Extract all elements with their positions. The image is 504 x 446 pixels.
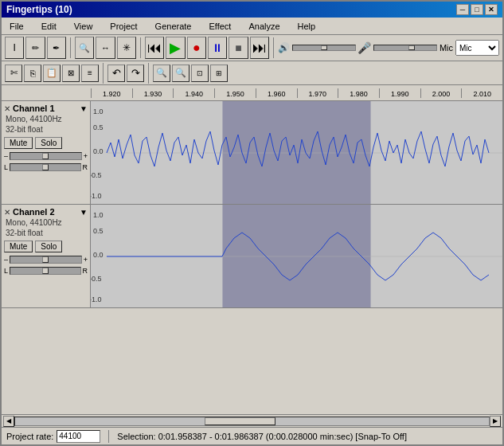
- track-1-pan-left: L: [4, 163, 8, 171]
- track-1-mute-button[interactable]: Mute: [4, 137, 33, 149]
- h-scrollbar-track[interactable]: [14, 417, 490, 426]
- timeline-mark-6: 1.980: [338, 88, 379, 98]
- svg-text:-0.5: -0.5: [91, 171, 102, 179]
- status-divider-1: [108, 430, 109, 443]
- menu-effect[interactable]: Effect: [204, 20, 236, 33]
- undo-button[interactable]: ↶: [107, 65, 125, 82]
- trim-button[interactable]: ⊠: [62, 65, 80, 82]
- timeline-mark-2: 1.940: [173, 88, 214, 98]
- multi-tool-button[interactable]: ✳: [117, 37, 136, 59]
- cut-button[interactable]: ✄: [5, 65, 22, 82]
- menu-project[interactable]: Project: [105, 20, 142, 33]
- track-2-info2: 32-bit float: [6, 229, 88, 237]
- h-scrollbar-thumb[interactable]: [205, 417, 275, 425]
- rewind-button[interactable]: ⏮: [145, 37, 164, 59]
- track-2-pan-left: L: [4, 267, 8, 275]
- track-1-waveform[interactable]: 1.0 0.5 0.0 -0.5 -1.0: [91, 101, 502, 204]
- track-1-pan-row: L R: [4, 163, 88, 171]
- timeline-mark-7: 1.990: [379, 88, 420, 98]
- project-rate-input[interactable]: [57, 430, 100, 443]
- svg-rect-1: [222, 101, 370, 204]
- menu-edit[interactable]: Edit: [37, 20, 61, 33]
- track-2-volume-row: – +: [4, 256, 88, 264]
- timeline-mark-1: 1.930: [132, 88, 174, 98]
- track-2-close-button[interactable]: ✕: [4, 208, 10, 217]
- track-1: ✕ Channel 1 ▼ Mono, 44100Hz 32-bit float…: [2, 101, 502, 205]
- track-1-header: ✕ Channel 1 ▼ Mono, 44100Hz 32-bit float…: [2, 101, 91, 204]
- edit-sep-2: [148, 63, 149, 84]
- zoom-tool-button[interactable]: 🔍: [75, 37, 94, 59]
- menu-help[interactable]: Help: [293, 20, 321, 33]
- volume-slider[interactable]: [292, 45, 356, 51]
- track-1-vol-minus: –: [4, 152, 8, 160]
- track-1-pan-slider[interactable]: [10, 163, 80, 171]
- track-1-volume-row: – +: [4, 152, 88, 160]
- track-2-pan-right: R: [83, 267, 88, 275]
- ffwd-button[interactable]: ⏭: [250, 37, 269, 59]
- menu-view[interactable]: View: [69, 20, 98, 33]
- track-1-close-button[interactable]: ✕: [4, 104, 10, 113]
- timeline-mark-4: 1.960: [256, 88, 297, 98]
- track-2-solo-button[interactable]: Solo: [35, 241, 62, 252]
- svg-text:0.5: 0.5: [93, 227, 104, 235]
- svg-rect-9: [222, 205, 370, 307]
- copy-button[interactable]: ⎘: [24, 65, 41, 82]
- zoom-fit-button[interactable]: ⊞: [210, 65, 228, 82]
- select-tool-button[interactable]: I: [5, 37, 24, 59]
- scroll-right-button[interactable]: ▶: [490, 416, 501, 427]
- title-bar: Fingertips (10) ─ □ ✕: [2, 2, 502, 18]
- track-2-waveform[interactable]: 1.0 0.5 0.0 -0.5 -1.0: [91, 205, 502, 307]
- track-1-volume-slider[interactable]: [10, 152, 82, 160]
- mic-icon: 🎤: [357, 41, 371, 54]
- svg-text:-0.5: -0.5: [91, 275, 102, 283]
- input-level-slider[interactable]: [373, 45, 437, 51]
- edit-sep-1: [103, 63, 104, 84]
- track-1-info2: 32-bit float: [6, 125, 88, 134]
- paste-button[interactable]: 📋: [43, 65, 61, 82]
- zoom-out-button[interactable]: 🔍: [172, 65, 189, 82]
- stop-button[interactable]: ■: [229, 37, 248, 59]
- track-1-solo-button[interactable]: Solo: [35, 137, 62, 149]
- track-1-dropdown-icon[interactable]: ▼: [80, 104, 88, 113]
- timeline-mark-8: 2.000: [420, 88, 462, 98]
- timeline-ruler: 1.920 1.930 1.940 1.950 1.960 1.970 1.98…: [2, 85, 502, 101]
- track-2-pan-slider[interactable]: [10, 267, 80, 275]
- timeline-mark-0: 1.920: [91, 88, 132, 98]
- play-button[interactable]: ▶: [166, 37, 185, 59]
- track-1-waveform-svg: 1.0 0.5 0.0 -0.5 -1.0: [91, 101, 502, 204]
- track-2-dropdown-icon[interactable]: ▼: [80, 208, 88, 217]
- record-button[interactable]: ●: [187, 37, 206, 59]
- pause-button[interactable]: ⏸: [208, 37, 227, 59]
- close-button[interactable]: ✕: [485, 4, 498, 15]
- silence-button[interactable]: ≡: [81, 65, 99, 82]
- track-1-controls: Mute Solo: [4, 137, 88, 149]
- main-window: Fingertips (10) ─ □ ✕ File Edit View Pro…: [0, 0, 504, 446]
- svg-text:-1.0: -1.0: [91, 192, 102, 200]
- mic-select-dropdown[interactable]: Mic: [455, 40, 499, 56]
- track-1-name: Channel 1: [13, 104, 77, 113]
- track-2-pan-row: L R: [4, 267, 88, 275]
- window-title: Fingertips (10): [6, 4, 72, 15]
- redo-button[interactable]: ↷: [127, 65, 144, 82]
- toolbar-sep-1: [70, 37, 71, 58]
- toolbar-sep-2: [140, 37, 141, 58]
- minimize-button[interactable]: ─: [456, 4, 469, 15]
- volume-control: 🔊: [278, 42, 356, 53]
- toolbar-sep-3: [273, 37, 274, 58]
- trim-tool-button[interactable]: ↔: [96, 37, 115, 59]
- scroll-left-button[interactable]: ◀: [3, 416, 14, 427]
- menu-analyze[interactable]: Analyze: [244, 20, 284, 33]
- track-2-volume-slider[interactable]: [10, 256, 82, 264]
- menu-generate[interactable]: Generate: [150, 20, 197, 33]
- envelope-tool-button[interactable]: ✏: [25, 37, 45, 59]
- zoom-sel-button[interactable]: ⊡: [191, 65, 209, 82]
- menu-file[interactable]: File: [5, 20, 29, 33]
- track-2-mute-button[interactable]: Mute: [4, 241, 33, 252]
- timeline-mark-3: 1.950: [214, 88, 256, 98]
- draw-tool-button[interactable]: ✒: [47, 37, 66, 59]
- edit-toolbar: ✄ ⎘ 📋 ⊠ ≡ ↶ ↷ 🔍 🔍 ⊡ ⊞: [2, 61, 502, 85]
- maximize-button[interactable]: □: [471, 4, 483, 15]
- svg-text:0.0: 0.0: [93, 147, 104, 155]
- timeline-mark-5: 1.970: [297, 88, 338, 98]
- zoom-in-button[interactable]: 🔍: [153, 65, 170, 82]
